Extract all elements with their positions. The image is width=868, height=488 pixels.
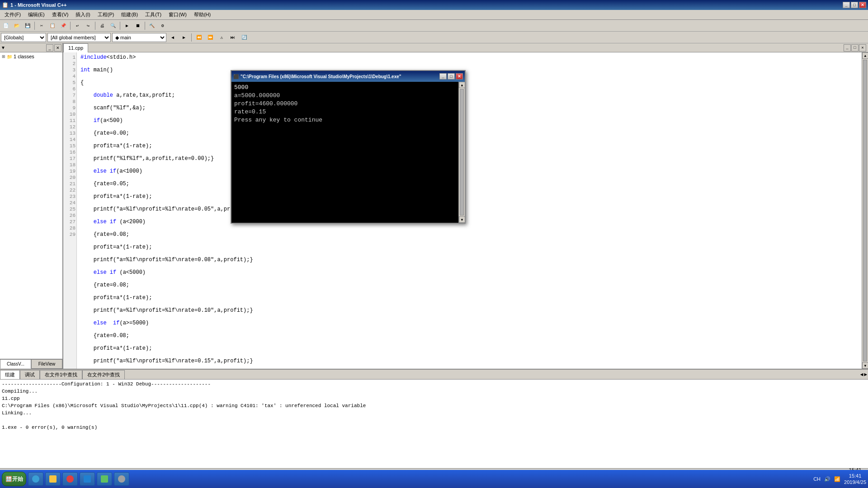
console-line-3: profit=4600.000000 xyxy=(234,100,462,108)
run-btn[interactable]: ▶ xyxy=(122,21,132,31)
redo-btn[interactable]: ↪ xyxy=(83,21,93,31)
taskbar-media[interactable] xyxy=(62,472,78,486)
title-bar-controls[interactable]: _ □ ✕ xyxy=(843,2,866,8)
editor-scrollbar-v[interactable]: ▲ ▼ xyxy=(862,52,868,369)
find-btn[interactable]: 🔍 xyxy=(108,21,118,31)
scroll-up-btn[interactable]: ▲ xyxy=(862,52,868,59)
close-button[interactable]: ✕ xyxy=(859,2,866,8)
code-content[interactable]: #include<stdio.h> int main() { double a,… xyxy=(77,52,868,369)
debug-btn3[interactable]: ⚠ xyxy=(217,33,226,42)
tree-item-classes[interactable]: ⊞ 📁 1 classes xyxy=(1,53,61,60)
console-content: 5000 a=5000.000000 profit=4600.000000 ra… xyxy=(231,82,465,223)
scroll-right-btn[interactable]: ▶ xyxy=(864,371,867,377)
output-tabs: 组建 调试 在文件1中查找 在文件2中查找 ◀ ▶ xyxy=(0,370,868,380)
menu-file[interactable]: 文件(F) xyxy=(2,10,24,19)
console-controls[interactable]: _ □ ✕ xyxy=(439,73,463,80)
save-btn[interactable]: 💾 xyxy=(23,21,33,31)
taskbar-settings[interactable] xyxy=(114,472,129,486)
taskbar-network-icon: 📶 xyxy=(834,476,840,482)
menu-window[interactable]: 窗口(W) xyxy=(166,10,189,19)
scroll-down-btn[interactable]: ▼ xyxy=(862,362,868,369)
editor-close-btn[interactable]: ✕ xyxy=(859,44,866,52)
menu-edit[interactable]: 编辑(E) xyxy=(25,10,47,19)
debug-btn5[interactable]: 🔄 xyxy=(239,33,249,42)
paste-btn[interactable]: 📌 xyxy=(58,21,68,31)
file-tab-label: 11.cpp xyxy=(68,45,83,51)
util-app-icon xyxy=(101,475,108,483)
start-button[interactable]: 🪟 开始 xyxy=(2,472,26,486)
console-line-1: 5000 xyxy=(234,84,462,92)
code-container: 1234567891011121314151617181920212223242… xyxy=(63,52,868,369)
nav-btn1[interactable]: ◀ xyxy=(168,33,178,42)
console-scroll-down[interactable]: ▼ xyxy=(459,216,465,223)
left-panel-minimize[interactable]: _ xyxy=(46,44,53,52)
print-btn[interactable]: 🖨 xyxy=(97,21,107,31)
minimize-button[interactable]: _ xyxy=(843,2,850,8)
undo-btn[interactable]: ↩ xyxy=(72,21,82,31)
taskbar-keyboard-icon: CH xyxy=(813,476,821,482)
maximize-button[interactable]: □ xyxy=(851,2,858,8)
output-tab-build[interactable]: 组建 xyxy=(0,370,20,379)
editor-maximize-btn[interactable]: □ xyxy=(851,44,859,52)
scroll-left-btn[interactable]: ◀ xyxy=(860,371,863,377)
members-dropdown[interactable]: [All global members] xyxy=(47,33,111,42)
tree-folder-icon: 📁 xyxy=(7,54,12,59)
left-panel: ▼ _ ✕ ⊞ 📁 1 classes ClassV... FileView xyxy=(0,43,63,369)
function-dropdown[interactable]: ◆ main xyxy=(112,33,166,42)
debug-btn4[interactable]: ⏭ xyxy=(228,33,238,42)
debug-btn2[interactable]: ⏩ xyxy=(205,33,215,42)
menu-build[interactable]: 组建(B) xyxy=(118,10,141,19)
console-close-btn[interactable]: ✕ xyxy=(456,73,463,80)
fileview-tab[interactable]: FileView xyxy=(31,359,62,369)
output-panel: 组建 调试 在文件1中查找 在文件2中查找 ◀ ▶ --------------… xyxy=(0,369,868,468)
globals-dropdown[interactable]: [Globals] xyxy=(1,33,46,42)
build-all-btn[interactable]: ⚙ xyxy=(158,21,168,31)
console-scroll-thumb[interactable] xyxy=(460,89,464,216)
taskbar-mail[interactable] xyxy=(80,472,95,486)
left-panel-close[interactable]: ✕ xyxy=(54,44,61,52)
nav-btn2[interactable]: ▶ xyxy=(179,33,189,42)
open-btn[interactable]: 📂 xyxy=(12,21,22,31)
media-app-icon xyxy=(66,475,74,483)
file-tab-11cpp[interactable]: 11.cpp xyxy=(63,43,88,52)
taskbar-ie[interactable] xyxy=(28,472,43,486)
taskbar-speaker-icon: 🔊 xyxy=(824,476,830,482)
editor-tab-controls: _ □ ✕ xyxy=(844,44,868,52)
ie-app-icon xyxy=(32,475,39,483)
classview-tab[interactable]: ClassV... xyxy=(0,359,31,369)
output-line-1: --------------------Configuration: 1 - W… xyxy=(2,380,866,388)
output-tab-find2[interactable]: 在文件2中查找 xyxy=(82,370,125,379)
editor-minimize-btn[interactable]: _ xyxy=(844,44,851,52)
taskbar-explorer[interactable] xyxy=(45,472,61,486)
nav-toolbar: [Globals] [All global members] ◆ main ◀ … xyxy=(0,32,868,43)
console-restore-btn[interactable]: □ xyxy=(448,73,455,80)
build-btn[interactable]: 🔨 xyxy=(147,21,157,31)
console-scroll-up[interactable]: ▲ xyxy=(459,82,465,88)
start-icon: 🪟 xyxy=(5,476,12,482)
tree-label: 1 classes xyxy=(14,54,34,59)
output-line-4: C:\Program Files (x86)\Microsoft Visual … xyxy=(2,402,866,409)
taskbar-right: CH 🔊 📶 15:41 2019/4/25 xyxy=(813,473,866,486)
console-icon: ⬛ xyxy=(233,74,239,79)
copy-btn[interactable]: 📋 xyxy=(47,21,57,31)
cut-btn[interactable]: ✂ xyxy=(37,21,47,31)
new-file-btn[interactable]: 📄 xyxy=(1,21,11,31)
menu-view[interactable]: 查看(V) xyxy=(49,10,71,19)
scroll-thumb[interactable] xyxy=(863,60,867,361)
console-line-5: Press any key to continue xyxy=(234,116,462,124)
menu-insert[interactable]: 插入(I) xyxy=(73,10,93,19)
taskbar-util[interactable] xyxy=(97,472,112,486)
console-minimize-btn[interactable]: _ xyxy=(439,73,447,80)
output-content: --------------------Configuration: 1 - W… xyxy=(0,380,868,468)
menu-project[interactable]: 工程(P) xyxy=(95,10,117,19)
output-tab-find1[interactable]: 在文件1中查找 xyxy=(40,370,82,379)
debug-btn1[interactable]: ⏪ xyxy=(194,33,204,42)
console-scrollbar[interactable]: ▲ ▼ xyxy=(458,82,465,223)
output-line-6 xyxy=(2,417,866,424)
nav-sep1 xyxy=(191,33,192,42)
sep2 xyxy=(70,22,71,30)
stop-btn[interactable]: ⏹ xyxy=(133,21,143,31)
output-tab-debug[interactable]: 调试 xyxy=(20,370,40,379)
menu-help[interactable]: 帮助(H) xyxy=(191,10,213,19)
menu-tools[interactable]: 工具(T) xyxy=(142,10,164,19)
